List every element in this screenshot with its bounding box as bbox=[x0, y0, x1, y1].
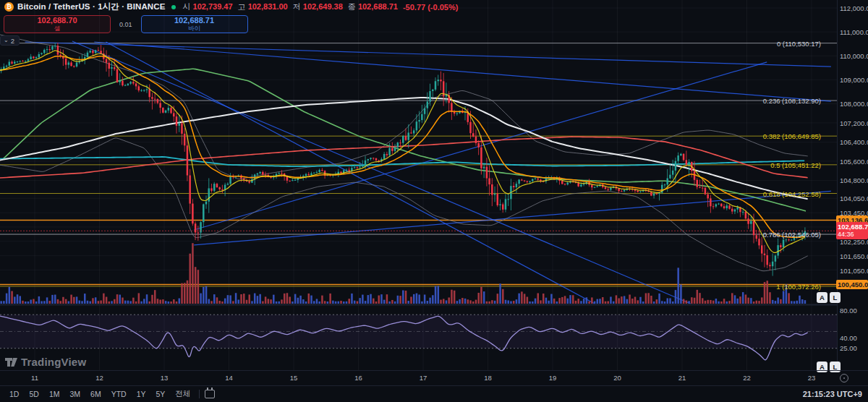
ohlc-item: 저 102,649.38 bbox=[293, 1, 343, 12]
time-tick-label: 18 bbox=[484, 374, 492, 382]
time-tick-label: 17 bbox=[420, 374, 427, 382]
go-to-date-icon[interactable] bbox=[205, 390, 215, 398]
rsi-tick-label: 40.00 bbox=[840, 334, 857, 342]
bitcoin-icon: ₿ bbox=[4, 2, 14, 12]
ohlc-item: 고 102,831.00 bbox=[238, 1, 288, 12]
price-tick-label: 110,000.00 bbox=[840, 52, 868, 60]
legend-collapse-chip[interactable]: ⌄ 2 bbox=[0, 35, 20, 46]
range-button-5d[interactable]: 5D bbox=[25, 388, 42, 400]
log-scale-button[interactable]: L bbox=[830, 292, 841, 303]
fib-level-label: 0.618 (104,252.58) bbox=[763, 189, 821, 197]
time-tick-label: 20 bbox=[613, 374, 621, 382]
ohlc-item: 시 102,739.47 bbox=[182, 1, 232, 12]
time-tick-label: 22 bbox=[743, 374, 751, 382]
market-status-dot bbox=[171, 5, 176, 9]
chart-plot-area[interactable]: 0 (110,530.17)0.236 (108,132.90)0.382 (1… bbox=[0, 0, 837, 370]
tradingview-logo-icon bbox=[5, 358, 17, 367]
time-tick-label: 14 bbox=[225, 374, 233, 382]
fib-level-label: 0.5 (105,451.22) bbox=[770, 161, 821, 168]
price-axis[interactable]: 112,000.00111,000.00110,000.00109,000.00… bbox=[837, 0, 868, 370]
range-button-1m[interactable]: 1M bbox=[46, 388, 64, 400]
time-tick-label: 21 bbox=[678, 374, 686, 382]
range-button-ytd[interactable]: YTD bbox=[108, 388, 130, 400]
last-price-badge: 102,688.7144:36 bbox=[836, 222, 868, 239]
price-tick-label: 104,800.00 bbox=[840, 176, 868, 184]
price-tick-label: 101,650.00 bbox=[840, 252, 868, 260]
buy-price: 102,688.71 bbox=[174, 17, 214, 25]
tradingview-logo: TradingView bbox=[5, 356, 86, 368]
price-tick-label: 101,050.00 bbox=[840, 267, 868, 275]
fib-level-label: 0.382 (106,649.85) bbox=[763, 132, 821, 140]
range-button-1d[interactable]: 1D bbox=[6, 388, 22, 400]
range-button-5y[interactable]: 5Y bbox=[153, 388, 169, 400]
fib-level-label: 0.786 (102,546.05) bbox=[763, 231, 821, 239]
sell-label: 셀 bbox=[54, 25, 61, 33]
time-tick-label: 16 bbox=[354, 374, 362, 382]
sell-button[interactable]: 102,688.70 셀 bbox=[4, 15, 111, 33]
buy-label: 바이 bbox=[188, 25, 200, 33]
price-tick-label: 108,000.00 bbox=[840, 100, 868, 108]
time-tick-label: 12 bbox=[95, 374, 103, 382]
rsi-tick-label: 80.00 bbox=[840, 307, 857, 315]
time-tick-label: 23 bbox=[808, 374, 816, 382]
bottom-toolbar: 1D5D1M3M6MYTD1Y5Y전체 21:15:23 UTC+9 bbox=[0, 385, 868, 402]
clock-readout: 21:15:23 UTC+9 bbox=[803, 390, 862, 398]
time-tick-label: 15 bbox=[290, 374, 298, 382]
auto-scale-button[interactable]: A bbox=[817, 292, 827, 303]
tradingview-chart-window: 0 (110,530.17)0.236 (108,132.90)0.382 (1… bbox=[0, 0, 868, 402]
buy-button[interactable]: 102,688.71 바이 bbox=[141, 15, 248, 33]
range-button-3m[interactable]: 3M bbox=[66, 388, 84, 400]
price-tick-label: 109,000.00 bbox=[840, 76, 868, 84]
price-tick-label: 104,050.00 bbox=[840, 194, 868, 202]
fib-level-label: 0 (110,530.17) bbox=[777, 39, 821, 47]
fib-level-label: 0.236 (108,132.90) bbox=[763, 97, 821, 105]
price-tick-label: 107,200.00 bbox=[840, 119, 868, 127]
spread-value: 0.01 bbox=[119, 21, 132, 28]
sell-price: 102,688.70 bbox=[37, 17, 77, 25]
chevron-down-icon: ⌄ bbox=[4, 38, 9, 43]
ohlc-item: 종 102,688.71 bbox=[348, 1, 398, 12]
price-change: -50.77 (-0.05%) bbox=[403, 3, 458, 12]
price-tick-label: 112,000.00 bbox=[840, 4, 868, 12]
toolbar-divider bbox=[199, 390, 200, 398]
chart-canvas[interactable] bbox=[0, 0, 837, 370]
range-button-1y[interactable]: 1Y bbox=[133, 388, 150, 400]
hidden-indicator-count: 2 bbox=[11, 37, 14, 45]
price-tick-label: 106,400.00 bbox=[840, 138, 868, 146]
time-tick-label: 13 bbox=[161, 374, 169, 382]
range-button-전체[interactable]: 전체 bbox=[171, 388, 194, 401]
time-tick-label: 11 bbox=[31, 374, 38, 382]
price-tick-label: 105,600.00 bbox=[840, 158, 868, 166]
range-button-6m[interactable]: 6M bbox=[87, 388, 105, 400]
price-tick-label: 111,000.00 bbox=[840, 28, 868, 36]
time-axis[interactable]: 11121314151617181920212223 bbox=[0, 370, 868, 385]
axis-buttons-main: AL bbox=[817, 292, 841, 303]
symbol-title[interactable]: Bitcoin / TetherUS · 1시간 · BINANCE bbox=[17, 1, 165, 12]
fib-level-label: 1 (100,372.26) bbox=[776, 283, 821, 291]
scroll-to-realtime-icon[interactable] bbox=[840, 374, 848, 382]
ohlc-readout: 시 102,739.47고 102,831.00저 102,649.38종 10… bbox=[182, 1, 398, 12]
rsi-tick-label: 25.00 bbox=[840, 344, 857, 352]
chart-header: ₿ Bitcoin / TetherUS · 1시간 · BINANCE 시 1… bbox=[0, 0, 651, 33]
price-line-badge: 100,450.00 bbox=[836, 280, 868, 289]
time-tick-label: 19 bbox=[549, 374, 557, 382]
